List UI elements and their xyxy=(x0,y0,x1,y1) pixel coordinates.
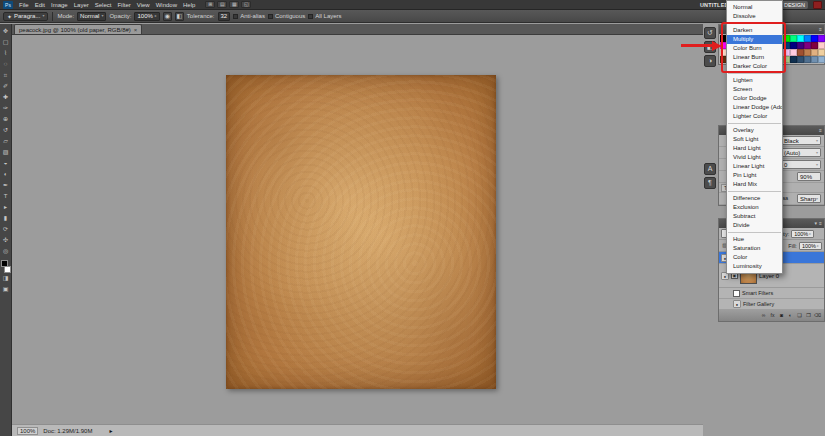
mode-select[interactable]: Normal ▾ xyxy=(77,12,106,21)
foreground-color-swatch[interactable] xyxy=(1,260,8,267)
canvas-image[interactable] xyxy=(226,75,496,389)
clone-stamp-tool[interactable]: ⊕ xyxy=(0,114,12,125)
blend-mode-item-soft-light[interactable]: Soft Light xyxy=(727,135,782,144)
blend-mode-item-subtract[interactable]: Subtract xyxy=(727,212,782,221)
color-swatch[interactable] xyxy=(797,49,804,56)
zoom-level-field[interactable]: 100% xyxy=(17,427,38,435)
color-swatch[interactable] xyxy=(783,49,790,56)
fill-field[interactable]: 100% ▸ xyxy=(799,242,822,250)
tablet-pressure-opacity-icon[interactable]: ◉ xyxy=(163,12,172,21)
delete-layer-icon[interactable]: ⌫ xyxy=(814,313,821,318)
color-swatch[interactable] xyxy=(797,42,804,49)
quick-mask-button[interactable]: ◨ xyxy=(0,273,12,284)
add-mask-icon[interactable]: ◙ xyxy=(778,313,785,318)
path-selection-tool[interactable]: ▸ xyxy=(0,202,12,213)
airbrush-icon[interactable]: ◧ xyxy=(175,12,184,21)
blend-mode-item-linear-dodge-add-[interactable]: Linear Dodge (Add) xyxy=(727,103,782,112)
launch-bridge-icon[interactable]: ⊞ xyxy=(205,1,215,8)
quick-selection-tool[interactable]: ◌ xyxy=(0,59,12,70)
menu-help[interactable]: Help xyxy=(180,0,198,10)
visibility-eye-icon[interactable]: ● xyxy=(733,300,741,308)
color-swatch[interactable] xyxy=(783,35,790,42)
pen-tool[interactable]: ✒ xyxy=(0,180,12,191)
font-style-select[interactable]: Black ▾ xyxy=(781,136,821,145)
menu-file[interactable]: File xyxy=(16,0,32,10)
menu-layer[interactable]: Layer xyxy=(71,0,92,10)
anti-aliasing-select[interactable]: Sharp ▾ xyxy=(797,194,821,203)
smart-filters-row[interactable]: Smart Filters xyxy=(719,288,824,299)
color-swatch[interactable] xyxy=(804,56,811,63)
color-swatch[interactable] xyxy=(790,42,797,49)
blend-mode-item-color-burn[interactable]: Color Burn xyxy=(727,44,782,53)
blend-mode-item-exclusion[interactable]: Exclusion xyxy=(727,203,782,212)
blend-mode-item-vivid-light[interactable]: Vivid Light xyxy=(727,153,782,162)
color-swatch[interactable] xyxy=(783,56,790,63)
dodge-tool[interactable]: ◐ xyxy=(0,169,12,180)
color-swatch[interactable] xyxy=(790,56,797,63)
move-tool[interactable]: ✥ xyxy=(0,26,12,37)
color-swatch[interactable] xyxy=(797,56,804,63)
color-swatch[interactable] xyxy=(818,35,825,42)
hand-tool[interactable]: ✣ xyxy=(0,235,12,246)
spot-healing-brush-tool[interactable]: ✚ xyxy=(0,92,12,103)
color-swatch[interactable] xyxy=(818,56,825,63)
color-swatch[interactable] xyxy=(804,35,811,42)
blend-mode-item-lighter-color[interactable]: Lighter Color xyxy=(727,112,782,121)
blend-mode-item-dissolve[interactable]: Dissolve xyxy=(727,12,782,21)
blend-mode-item-screen[interactable]: Screen xyxy=(727,85,782,94)
close-icon[interactable]: × xyxy=(134,27,138,33)
collapsed-info-panel-icon[interactable]: ◑ xyxy=(704,55,716,67)
panel-menu-icon[interactable]: ≡ xyxy=(819,27,822,32)
cs-live-button[interactable] xyxy=(813,1,822,9)
color-swatch[interactable] xyxy=(790,35,797,42)
rotate-view-tool[interactable]: ⟳ xyxy=(0,224,12,235)
leading-select[interactable]: (Auto) ▾ xyxy=(781,148,821,157)
menu-image[interactable]: Image xyxy=(48,0,71,10)
tracking-select[interactable]: 0 ▾ xyxy=(781,160,821,169)
color-swatch[interactable] xyxy=(811,49,818,56)
menu-edit[interactable]: Edit xyxy=(32,0,48,10)
color-swatch[interactable] xyxy=(790,49,797,56)
panel-collapse-icon[interactable]: ▾ xyxy=(815,221,818,226)
blend-mode-item-multiply[interactable]: Multiply xyxy=(727,35,782,44)
blend-mode-item-luminosity[interactable]: Luminosity xyxy=(727,262,782,271)
blend-mode-item-difference[interactable]: Difference xyxy=(727,194,782,203)
blend-mode-item-pin-light[interactable]: Pin Light xyxy=(727,171,782,180)
layers-opacity-field[interactable]: 100% ▸ xyxy=(791,230,814,238)
tool-preset-picker[interactable]: ✦ Paragra... ▾ xyxy=(3,12,48,21)
document-tab[interactable]: peacock.jpg @ 100% (old paper, RGB/8#) × xyxy=(14,24,142,34)
gradient-tool[interactable]: ▨ xyxy=(0,147,12,158)
blend-mode-item-linear-light[interactable]: Linear Light xyxy=(727,162,782,171)
blur-tool[interactable]: ◒ xyxy=(0,158,12,169)
brush-tool[interactable]: ✑ xyxy=(0,103,12,114)
blend-mode-item-darker-color[interactable]: Darker Color xyxy=(727,62,782,71)
history-brush-tool[interactable]: ↺ xyxy=(0,125,12,136)
blend-mode-item-linear-burn[interactable]: Linear Burn xyxy=(727,53,782,62)
all-layers-checkbox[interactable]: All Layers xyxy=(308,13,341,19)
blend-mode-item-divide[interactable]: Divide xyxy=(727,221,782,230)
color-swatch[interactable] xyxy=(818,49,825,56)
layer-style-icon[interactable]: fx xyxy=(769,313,776,318)
background-color-swatch[interactable] xyxy=(4,266,11,273)
menu-filter[interactable]: Filter xyxy=(114,0,133,10)
menu-view[interactable]: View xyxy=(134,0,153,10)
new-group-icon[interactable]: ❏ xyxy=(796,313,803,318)
contiguous-checkbox[interactable]: Contiguous xyxy=(268,13,305,19)
color-swatch[interactable] xyxy=(811,35,818,42)
eyedropper-tool[interactable]: ✐ xyxy=(0,81,12,92)
color-swatch[interactable] xyxy=(783,42,790,49)
color-swatch[interactable] xyxy=(811,42,818,49)
blend-mode-item-darken[interactable]: Darken xyxy=(727,26,782,35)
anti-alias-checkbox[interactable]: Anti-alias xyxy=(233,13,265,19)
color-swatch[interactable] xyxy=(818,42,825,49)
panel-menu-icon[interactable]: ≡ xyxy=(819,221,822,226)
blend-mode-item-color[interactable]: Color xyxy=(727,253,782,262)
filter-gallery-row[interactable]: ● Filter Gallery xyxy=(719,299,824,310)
horizontal-type-tool[interactable]: T xyxy=(0,191,12,202)
color-swatch[interactable] xyxy=(797,35,804,42)
new-layer-icon[interactable]: ❐ xyxy=(805,313,812,318)
blend-mode-item-normal[interactable]: Normal xyxy=(727,3,782,12)
blend-mode-item-lighten[interactable]: Lighten xyxy=(727,76,782,85)
rectangular-marquee-tool[interactable]: ▢ xyxy=(0,37,12,48)
rectangle-tool[interactable]: ▮ xyxy=(0,213,12,224)
